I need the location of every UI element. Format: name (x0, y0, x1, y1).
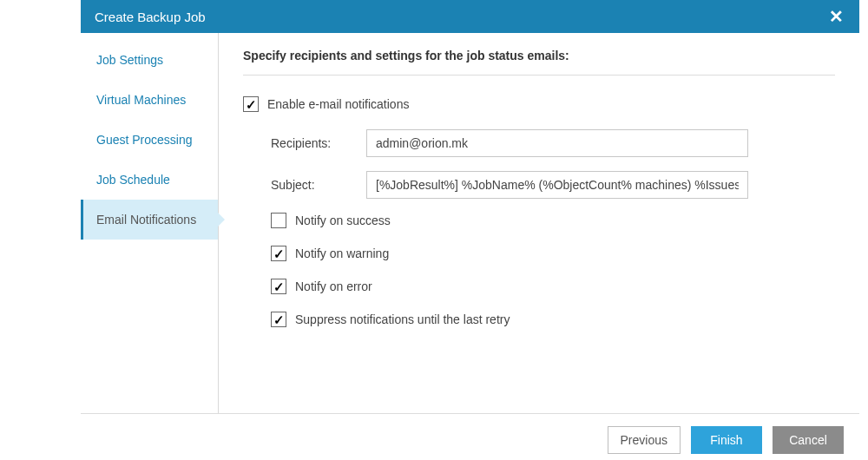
sidebar-item-email-notifications[interactable]: Email Notifications (81, 200, 218, 240)
email-settings-block: Recipients: Subject: (243, 129, 835, 199)
notify-error-checkbox[interactable] (271, 279, 286, 294)
enable-email-checkbox[interactable] (243, 96, 259, 112)
divider (243, 75, 835, 76)
finish-button[interactable]: Finish (691, 426, 762, 454)
main-panel: Specify recipients and settings for the … (219, 33, 859, 413)
notify-success-row: Notify on success (243, 213, 835, 228)
recipients-row: Recipients: (271, 129, 835, 157)
subject-label: Subject: (271, 178, 366, 192)
create-backup-job-dialog: Create Backup Job ✕ Job Settings Virtual… (81, 0, 859, 460)
sidebar-item-label: Virtual Machines (96, 93, 186, 107)
titlebar: Create Backup Job ✕ (81, 0, 859, 33)
suppress-checkbox[interactable] (271, 312, 286, 327)
subject-input[interactable] (366, 171, 748, 199)
sidebar-item-label: Job Schedule (96, 173, 170, 187)
previous-button[interactable]: Previous (608, 426, 681, 454)
dialog-title: Create Backup Job (95, 10, 825, 24)
sidebar-item-label: Job Settings (96, 53, 163, 67)
wizard-sidebar: Job Settings Virtual Machines Guest Proc… (81, 33, 219, 413)
enable-email-label: Enable e-mail notifications (267, 97, 409, 111)
panel-heading: Specify recipients and settings for the … (243, 49, 835, 62)
recipients-label: Recipients: (271, 136, 366, 150)
sidebar-item-job-schedule[interactable]: Job Schedule (81, 160, 218, 200)
sidebar-item-guest-processing[interactable]: Guest Processing (81, 120, 218, 160)
recipients-input[interactable] (366, 129, 748, 157)
notify-warning-label: Notify on warning (295, 246, 389, 260)
cancel-button[interactable]: Cancel (773, 426, 844, 454)
dialog-body: Job Settings Virtual Machines Guest Proc… (81, 33, 859, 413)
sidebar-item-label: Email Notifications (96, 213, 196, 227)
notify-warning-checkbox[interactable] (271, 246, 286, 261)
notify-success-label: Notify on success (295, 214, 391, 227)
notify-success-checkbox[interactable] (271, 213, 286, 228)
notify-error-label: Notify on error (295, 279, 372, 293)
suppress-row: Suppress notifications until the last re… (243, 312, 835, 327)
notify-warning-row: Notify on warning (243, 246, 835, 261)
close-icon[interactable]: ✕ (825, 8, 847, 25)
notify-error-row: Notify on error (243, 279, 835, 294)
sidebar-item-virtual-machines[interactable]: Virtual Machines (81, 80, 218, 120)
suppress-label: Suppress notifications until the last re… (295, 312, 510, 326)
subject-row: Subject: (271, 171, 835, 199)
dialog-footer: Previous Finish Cancel (81, 413, 859, 460)
sidebar-item-label: Guest Processing (96, 133, 193, 147)
sidebar-item-job-settings[interactable]: Job Settings (81, 40, 218, 80)
enable-email-row: Enable e-mail notifications (243, 96, 835, 112)
